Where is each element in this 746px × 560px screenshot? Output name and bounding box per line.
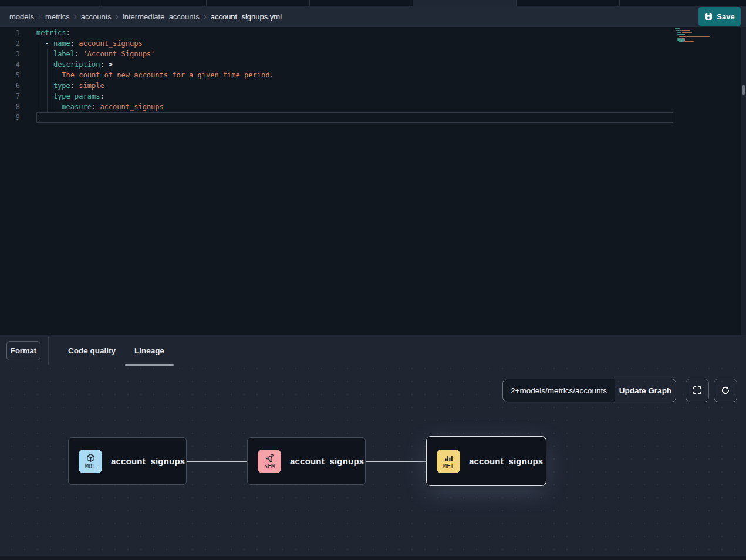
line-number: 9	[0, 112, 20, 123]
line-number: 2	[0, 38, 20, 49]
code-line[interactable]: 4 description: >	[0, 59, 274, 70]
editor-tab-active[interactable]	[413, 0, 517, 6]
editor-scrollbar[interactable]	[741, 27, 746, 335]
lineage-node-semantic-model[interactable]: SEMaccount_signups	[247, 437, 366, 485]
minimap-line	[675, 28, 679, 29]
code-line[interactable]: 7 type_params:	[0, 91, 274, 102]
text-cursor	[38, 114, 38, 122]
line-number: 1	[0, 28, 20, 38]
code-line-text: The count of new accounts for a given ti…	[36, 70, 274, 80]
save-button[interactable]: Save	[698, 7, 741, 26]
minimap-line	[681, 38, 685, 39]
code-line[interactable]: 5 The count of new accounts for a given …	[0, 70, 274, 80]
editor-tab[interactable]	[0, 0, 103, 6]
lineage-edge	[187, 461, 247, 462]
minimap-line	[679, 41, 683, 42]
minimap-line	[679, 36, 710, 37]
node-badge-label: MDL	[85, 463, 96, 470]
line-number: 4	[0, 59, 20, 70]
code-line[interactable]: 2 - name: account_signups	[0, 38, 274, 49]
node-badge: MDL	[79, 450, 102, 473]
lineage-selector-group: Update Graph	[502, 379, 676, 402]
node-badge-label: MET	[443, 463, 454, 470]
node-badge-label: SEM	[264, 463, 275, 470]
divider	[48, 337, 49, 365]
lineage-edge	[366, 461, 426, 462]
breadcrumb-bar: models›metrics›accounts›intermediate_acc…	[0, 6, 746, 27]
code-line[interactable]: 6 type: simple	[0, 80, 274, 91]
update-graph-button[interactable]: Update Graph	[615, 379, 676, 402]
chevron-right-icon: ›	[74, 12, 77, 21]
editor-tab[interactable]	[103, 0, 207, 6]
minimap-line	[680, 30, 681, 31]
node-badge: MET	[437, 450, 460, 473]
line-number: 7	[0, 91, 20, 102]
tab-label: Lineage	[134, 346, 164, 355]
semantic-model-icon	[265, 453, 275, 463]
minimap-line	[680, 38, 681, 39]
breadcrumb-item[interactable]: models	[9, 12, 34, 21]
line-number: 5	[0, 70, 20, 80]
format-button[interactable]: Format	[6, 341, 40, 360]
minimap-line	[679, 28, 680, 29]
bottom-edge	[0, 556, 746, 560]
node-label: account_signups	[111, 456, 185, 466]
lineage-controls: Update Graph	[502, 379, 737, 402]
minimap-line	[680, 32, 681, 33]
code-line-text: type_params:	[36, 91, 104, 102]
code-line-text: type: simple	[36, 80, 104, 91]
lineage-selector-input[interactable]	[502, 379, 615, 402]
fullscreen-button[interactable]	[686, 379, 709, 402]
minimap[interactable]	[675, 28, 711, 48]
panel-tab-row: Format Code qualityLineage	[0, 335, 746, 367]
lineage-node-model[interactable]: MDLaccount_signups	[68, 437, 187, 485]
code-line-text: description: >	[36, 59, 113, 70]
save-icon	[704, 12, 713, 21]
line-number: 6	[0, 80, 20, 91]
editor-tab[interactable]	[620, 0, 746, 6]
minimap-line	[683, 41, 684, 42]
minimap-line	[684, 41, 694, 42]
node-badge: SEM	[258, 450, 281, 473]
breadcrumb-item[interactable]: account_signups.yml	[211, 12, 282, 21]
save-button-label: Save	[717, 12, 734, 21]
minimap-line	[681, 30, 691, 31]
refresh-icon	[720, 385, 731, 396]
editor-tab[interactable]	[207, 0, 310, 6]
node-label: account_signups	[290, 456, 364, 466]
code-line[interactable]: 3 label: 'Account Signups'	[0, 49, 274, 59]
minimap-line	[682, 32, 693, 33]
line-number: 8	[0, 102, 20, 112]
chevron-right-icon: ›	[204, 12, 207, 21]
code-line-text: - name: account_signups	[36, 38, 143, 49]
breadcrumb: models›metrics›accounts›intermediate_acc…	[9, 12, 282, 21]
fullscreen-icon	[692, 385, 703, 396]
chevron-right-icon: ›	[38, 12, 41, 21]
code-line[interactable]: 8 measure: account_signups	[0, 102, 274, 112]
refresh-button[interactable]	[714, 379, 737, 402]
line-number: 3	[0, 49, 20, 59]
tab-code-quality[interactable]: Code quality	[59, 335, 125, 367]
code-line-text: measure: account_signups	[36, 102, 164, 112]
minimap-line	[677, 34, 684, 35]
breadcrumb-item[interactable]: metrics	[45, 12, 70, 21]
editor-tab[interactable]	[310, 0, 413, 6]
tab-lineage[interactable]: Lineage	[125, 335, 174, 367]
editor-tab[interactable]	[517, 0, 620, 6]
breadcrumb-item[interactable]: accounts	[81, 12, 112, 21]
minimap-line	[686, 34, 687, 35]
breadcrumb-item[interactable]: intermediate_accounts	[123, 12, 200, 21]
bottom-panel: Format Code qualityLineage Update Graph	[0, 335, 746, 560]
chevron-right-icon: ›	[116, 12, 119, 21]
editor-tabs-strip	[0, 0, 746, 6]
code-line-text: metrics:	[36, 28, 70, 38]
code-line[interactable]: 1metrics:	[0, 28, 274, 38]
active-tab-indicator	[125, 364, 174, 366]
code-line-text: label: 'Account Signups'	[36, 49, 155, 59]
cursor-line-highlight	[36, 112, 673, 123]
code-editor[interactable]: 1metrics:2 - name: account_signups3 labe…	[0, 27, 746, 335]
lineage-node-metric[interactable]: METaccount_signups	[426, 436, 546, 486]
lineage-canvas[interactable]: Update Graph	[0, 367, 746, 560]
tab-label: Code quality	[68, 346, 116, 355]
scrollbar-thumb[interactable]	[742, 85, 745, 95]
